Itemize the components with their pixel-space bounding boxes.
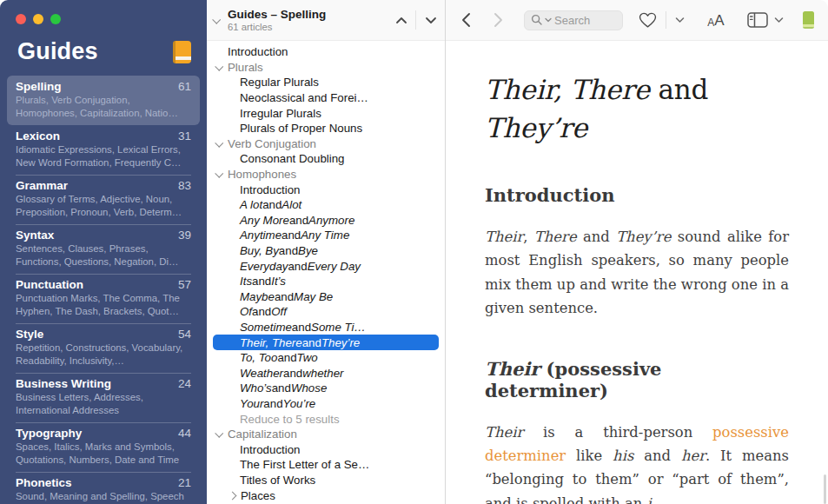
article-item[interactable]: Any More and Anymore (207, 213, 445, 229)
sidebar-item-syntax[interactable]: Syntax39Sentences, Clauses, Phrases, Fun… (7, 224, 200, 274)
category-count: 39 (178, 229, 191, 242)
article-list: IntroductionPluralsRegular PluralsNeocla… (207, 41, 445, 504)
section-label: Plurals (228, 61, 263, 74)
article-item[interactable]: Who’s and Whose (207, 381, 445, 396)
article-item[interactable]: To, Too and Two (207, 350, 445, 366)
category-name: Style (16, 328, 43, 341)
article-item[interactable]: Consonant Doubling (207, 151, 445, 167)
app-window: Guides Spelling61Plurals, Verb Conjugati… (0, 0, 828, 504)
article-item[interactable]: Regular Plurals (207, 75, 445, 90)
article-title: Their, There and They’re (485, 70, 789, 147)
forward-button[interactable] (493, 12, 503, 28)
article-item[interactable]: Of and Off (207, 304, 445, 320)
category-name: Syntax (16, 229, 54, 242)
favorite-button[interactable] (639, 12, 657, 29)
section-header-verb-conjugation[interactable]: Verb Conjugation (207, 136, 445, 152)
favorite-menu-button[interactable] (675, 17, 685, 23)
section-header-plurals[interactable]: Plurals (207, 60, 445, 76)
traffic-lights (0, 0, 207, 24)
next-article-button[interactable] (416, 17, 445, 24)
sidebar-item-phonetics[interactable]: Phonetics21Sound, Meaning and Spelling, … (7, 472, 200, 504)
back-button[interactable] (461, 12, 471, 28)
article-item[interactable]: Introduction (207, 182, 445, 197)
sidebar-item-business-writing[interactable]: Business Writing24Business Letters, Addr… (7, 373, 200, 422)
category-count: 61 (178, 80, 191, 93)
article-item[interactable]: The First Letter of a Se… (207, 457, 445, 473)
article-item-selected[interactable]: Their, There and They’re (213, 335, 439, 350)
category-name: Phonetics (16, 476, 72, 489)
section-header-homophones[interactable]: Homophones (207, 167, 445, 182)
category-description: Plurals, Verb Conjugation, Homophones, C… (16, 94, 191, 120)
sidebar-header: Guides (0, 24, 207, 76)
chevron-down-icon[interactable] (212, 15, 221, 23)
category-name: Lexicon (16, 129, 60, 143)
section-header-capitalization[interactable]: Capitalization (207, 427, 445, 442)
sidebar-panel-icon (747, 12, 768, 28)
category-count: 24 (178, 377, 191, 390)
article-item[interactable]: Everyday and Every Day (207, 258, 445, 274)
green-book-icon[interactable] (803, 11, 814, 29)
article-item[interactable]: Introduction (207, 44, 445, 60)
category-description: Business Letters, Addresses, Internation… (16, 391, 191, 417)
layout-button[interactable] (747, 12, 768, 28)
section-label: Verb Conjugation (228, 137, 316, 150)
chevron-down-icon[interactable] (215, 139, 223, 148)
article-item[interactable]: Its and It’s (207, 274, 445, 289)
article-item[interactable]: Sometime and Some Ti… (207, 320, 445, 335)
close-button[interactable] (16, 14, 26, 24)
text-size-large-label: A (714, 13, 724, 28)
article-list-pane: Guides – Spelling 61 articles Introducti… (207, 0, 446, 504)
previous-article-button[interactable] (387, 17, 415, 24)
heart-icon (639, 12, 657, 29)
article-item[interactable]: Plurals of Proper Nouns (207, 121, 445, 136)
chevron-down-icon[interactable] (215, 169, 223, 178)
sidebar-item-style[interactable]: Style54Repetition, Constructions, Vocabu… (7, 323, 200, 373)
sidebar-item-spelling[interactable]: Spelling61Plurals, Verb Conjugation, Hom… (7, 76, 200, 125)
sidebar-item-grammar[interactable]: Grammar83Glossary of Terms, Adjective, N… (7, 175, 200, 224)
category-count: 57 (178, 278, 191, 291)
sidebar: Guides Spelling61Plurals, Verb Conjugati… (0, 0, 207, 504)
article-item[interactable]: Maybe and May Be (207, 289, 445, 305)
app-title: Guides (17, 38, 98, 65)
category-count: 31 (178, 129, 191, 143)
article-item[interactable]: Anytime and Any Time (207, 228, 445, 243)
minimize-button[interactable] (33, 14, 43, 24)
chevron-down-icon (425, 17, 437, 24)
zoom-button[interactable] (50, 14, 61, 24)
text-size-small-label: A (707, 17, 714, 28)
sidebar-item-lexicon[interactable]: Lexicon31Idiomatic Expressions, Lexical … (7, 125, 200, 175)
sidebar-category-list: Spelling61Plurals, Verb Conjugation, Hom… (0, 76, 207, 504)
chevron-down-icon (774, 17, 784, 23)
category-count: 21 (178, 476, 191, 489)
toolbar: AA (446, 0, 828, 41)
article-item[interactable]: Irregular Plurals (207, 105, 445, 121)
search-field[interactable] (524, 10, 623, 30)
article-item[interactable]: Neoclassical and Forei… (207, 90, 445, 106)
chevron-down-icon[interactable] (215, 429, 223, 438)
layout-menu-button[interactable] (774, 17, 784, 23)
article-item[interactable]: Titles of Works (207, 473, 445, 488)
article-item[interactable]: A lot and Alot (207, 197, 445, 213)
chevron-up-icon (395, 17, 407, 24)
text-size-button[interactable]: AA (707, 13, 724, 28)
body-paragraph: Their, There and They’re sound alike for… (485, 225, 789, 321)
sidebar-item-typography[interactable]: Typography44Spaces, Italics, Marks and S… (7, 422, 200, 472)
category-name: Spelling (16, 80, 62, 93)
article-item[interactable]: Weather and whether (207, 365, 445, 381)
chevron-down-icon (675, 17, 685, 23)
article-item[interactable]: Places (207, 487, 445, 503)
article-item[interactable]: Buy, By and Bye (207, 243, 445, 259)
category-name: Typography (16, 427, 82, 440)
chevron-right-icon (493, 12, 503, 28)
article-item[interactable]: Introduction (207, 441, 445, 457)
chevron-down-icon[interactable] (215, 63, 223, 71)
reduce-results-item[interactable]: Reduce to 5 results (207, 411, 445, 427)
category-description: Glossary of Terms, Adjective, Noun, Prep… (16, 193, 191, 219)
body-paragraph: Their is a third-person possessive deter… (485, 421, 789, 504)
magnifier-icon (531, 14, 543, 26)
article-item[interactable]: Your and You’re (207, 396, 445, 412)
chevron-right-icon[interactable] (229, 491, 237, 500)
section-label: Homophones (228, 168, 296, 181)
scrollbar-thumb[interactable] (824, 474, 826, 504)
sidebar-item-punctuation[interactable]: Punctuation57Punctuation Marks, The Comm… (7, 274, 200, 323)
